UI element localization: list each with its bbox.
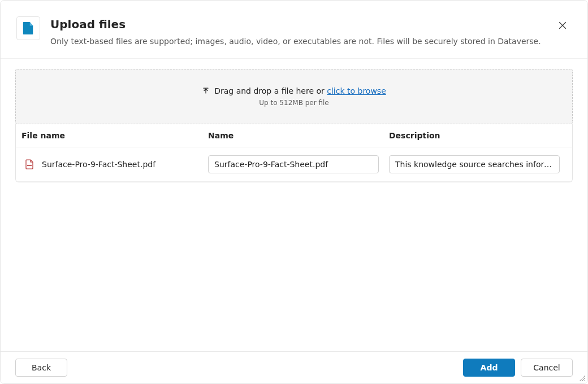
dropzone-prefix: Drag and drop a file here or bbox=[214, 86, 327, 95]
add-button[interactable]: Add bbox=[463, 359, 515, 377]
close-button[interactable] bbox=[554, 16, 572, 34]
browse-link[interactable]: click to browse bbox=[327, 86, 386, 95]
file-icon bbox=[16, 16, 40, 40]
dialog-content: Drag and drop a file here or click to br… bbox=[1, 59, 587, 193]
dialog-subtitle: Only text-based files are supported; ima… bbox=[50, 36, 554, 47]
svg-rect-0 bbox=[27, 165, 32, 166]
pdf-icon bbox=[25, 159, 34, 169]
dropzone-message: Drag and drop a file here or click to br… bbox=[202, 86, 386, 95]
back-button[interactable]: Back bbox=[15, 359, 67, 377]
col-file-name: File name bbox=[21, 131, 208, 140]
table-header: File name Name Description bbox=[16, 124, 572, 147]
dialog-footer: Back Add Cancel bbox=[1, 351, 587, 383]
file-cell: Surface-Pro-9-Fact-Sheet.pdf bbox=[21, 159, 208, 169]
dropzone[interactable]: Drag and drop a file here or click to br… bbox=[15, 69, 573, 124]
close-icon bbox=[558, 21, 567, 30]
description-input[interactable] bbox=[389, 155, 560, 173]
file-name-text: Surface-Pro-9-Fact-Sheet.pdf bbox=[42, 160, 155, 169]
cancel-button[interactable]: Cancel bbox=[521, 359, 573, 377]
dialog-header: Upload files Only text-based files are s… bbox=[1, 1, 587, 59]
upload-icon bbox=[202, 87, 210, 95]
table-row: Surface-Pro-9-Fact-Sheet.pdf bbox=[16, 147, 572, 182]
col-description: Description bbox=[389, 131, 567, 140]
dropzone-hint: Up to 512MB per file bbox=[259, 99, 328, 107]
name-input[interactable] bbox=[208, 155, 379, 173]
dialog-title: Upload files bbox=[50, 16, 554, 32]
files-table: File name Name Description Surface-Pro-9… bbox=[15, 124, 573, 182]
col-name: Name bbox=[208, 131, 389, 140]
